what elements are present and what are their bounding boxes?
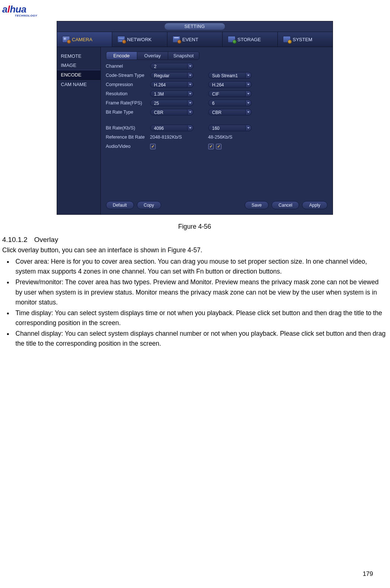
chevron-down-icon xyxy=(187,82,193,87)
subtab-encode[interactable]: Encode xyxy=(106,52,137,60)
chevron-down-icon xyxy=(187,64,193,69)
event-icon xyxy=(173,36,180,43)
label-audiovideo: Audio/Video xyxy=(106,144,150,149)
tab-camera[interactable]: CAMERA xyxy=(57,32,112,47)
system-icon xyxy=(283,36,291,43)
tab-label: CAMERA xyxy=(72,37,93,42)
list-item: Cover area: Here is for you to cover are… xyxy=(13,257,387,277)
figure-caption: Figure 4-56 xyxy=(2,223,387,231)
list-item: Time display: You can select system disp… xyxy=(13,308,387,328)
brand-logo-sub: TECHNOLOGY xyxy=(15,14,387,17)
list-item: Channel display: You can select system d… xyxy=(13,329,387,349)
chevron-down-icon xyxy=(245,91,251,96)
select-codestream-sub[interactable]: Sub Stream1 xyxy=(208,72,252,79)
chevron-down-icon xyxy=(245,125,251,131)
select-bitratetype-main[interactable]: CBR xyxy=(150,109,194,115)
chevron-down-icon xyxy=(187,91,193,96)
label-codestream: Code-Stream Type xyxy=(106,73,150,78)
label-channel: Channel xyxy=(106,64,150,69)
chevron-down-icon xyxy=(245,82,251,87)
tab-system[interactable]: SYSTEM xyxy=(278,32,333,47)
select-framerate-main[interactable]: 25 xyxy=(150,100,194,106)
label-refbitrate: Reference Bit Rate xyxy=(106,135,150,140)
tab-label: SYSTEM xyxy=(293,37,312,42)
network-icon xyxy=(117,36,125,43)
checkbox-av-sub1[interactable] xyxy=(208,144,214,149)
select-resolution-main[interactable]: 1.3M xyxy=(150,90,194,97)
label-resolution: Resolution xyxy=(106,91,150,96)
save-button[interactable]: Save xyxy=(245,201,269,209)
page-number: 179 xyxy=(363,570,373,578)
subtab-overlay[interactable]: Overlay xyxy=(137,52,168,60)
label-bitrate: Bit Rate(Kb/S) xyxy=(106,125,150,131)
main-tabs: CAMERA NETWORK EVENT STORAGE SYSTEM xyxy=(57,32,333,47)
chevron-down-icon xyxy=(245,73,251,78)
storage-icon xyxy=(228,36,235,43)
tab-label: NETWORK xyxy=(127,37,152,42)
settings-panel: SETTING CAMERA NETWORK EVENT STORAGE SYS… xyxy=(57,21,333,215)
camera-icon xyxy=(62,36,70,43)
value-refbitrate-main: 2048-8192Kb/S xyxy=(150,135,194,140)
intro-text: Click overlay button, you can see an int… xyxy=(2,245,387,255)
chevron-down-icon xyxy=(187,73,193,78)
checkbox-av-sub2[interactable] xyxy=(216,144,221,149)
select-bitrate-main[interactable]: 4096 xyxy=(150,125,194,131)
default-button[interactable]: Default xyxy=(106,201,134,209)
chevron-down-icon xyxy=(187,110,193,115)
section-heading: 4.10.1.2Overlay xyxy=(2,236,387,244)
subtab-snapshot[interactable]: Snapshot xyxy=(168,52,199,60)
label-framerate: Frame Rate(FPS) xyxy=(106,100,150,106)
tab-label: STORAGE xyxy=(238,37,261,42)
select-compression-sub[interactable]: H.264 xyxy=(208,81,252,88)
select-resolution-sub[interactable]: CIF xyxy=(208,90,252,97)
sidebar: REMOTE IMAGE ENCODE CAM NAME xyxy=(57,47,101,214)
label-compression: Compression xyxy=(106,82,150,87)
cancel-button[interactable]: Cancel xyxy=(272,201,299,209)
chevron-down-icon xyxy=(245,110,251,115)
select-bitrate-sub[interactable]: 160 xyxy=(208,125,252,131)
tab-storage[interactable]: STORAGE xyxy=(223,32,278,47)
list-item: Preview/monitor: The cover area has two … xyxy=(13,277,387,307)
apply-button[interactable]: Apply xyxy=(302,201,327,209)
content-area: Encode Overlay Snapshot Channel 2 Code-S… xyxy=(101,47,333,214)
chevron-down-icon xyxy=(245,100,251,106)
select-channel[interactable]: 2 xyxy=(150,63,194,70)
sidebar-item-encode[interactable]: ENCODE xyxy=(57,70,100,80)
tab-event[interactable]: EVENT xyxy=(167,32,223,47)
tab-label: EVENT xyxy=(182,37,198,42)
select-compression-main[interactable]: H.264 xyxy=(150,81,194,88)
panel-title: SETTING xyxy=(164,23,225,30)
sidebar-item-image[interactable]: IMAGE xyxy=(57,61,100,70)
select-codestream-main[interactable]: Regular xyxy=(150,72,194,79)
sub-tabs: Encode Overlay Snapshot xyxy=(106,51,199,60)
label-bitratetype: Bit Rate Type xyxy=(106,110,150,115)
bottom-buttons: Default Copy Save Cancel Apply xyxy=(106,201,327,209)
brand-logo: alhua xyxy=(2,4,387,15)
chevron-down-icon xyxy=(187,125,193,131)
sidebar-item-remote[interactable]: REMOTE xyxy=(57,51,100,61)
select-bitratetype-sub[interactable]: CBR xyxy=(208,109,252,115)
select-framerate-sub[interactable]: 6 xyxy=(208,100,252,106)
sidebar-item-camname[interactable]: CAM NAME xyxy=(57,80,100,89)
bullet-list: Cover area: Here is for you to cover are… xyxy=(2,257,387,349)
checkbox-av-main[interactable] xyxy=(150,144,156,149)
chevron-down-icon xyxy=(187,100,193,106)
copy-button[interactable]: Copy xyxy=(137,201,161,209)
panel-titlebar: SETTING xyxy=(57,21,333,32)
value-refbitrate-sub: 48-256Kb/S xyxy=(208,135,252,140)
tab-network[interactable]: NETWORK xyxy=(112,32,167,47)
